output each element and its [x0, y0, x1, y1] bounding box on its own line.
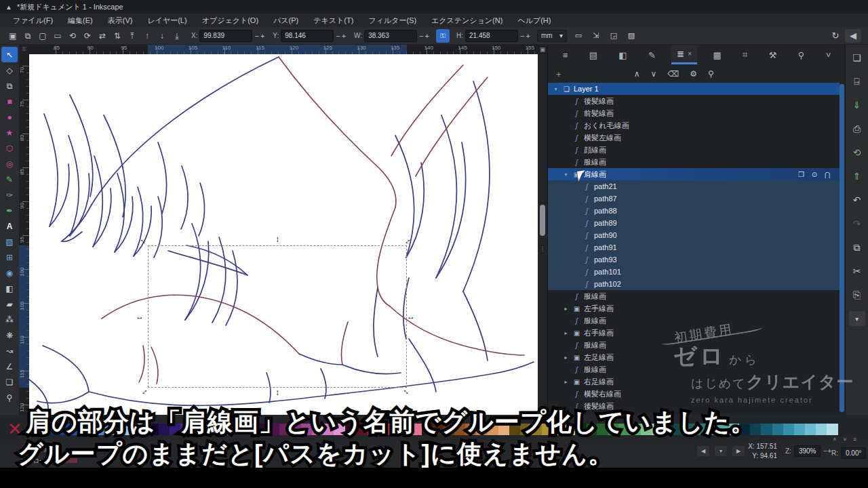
star-tool[interactable]: ★ [1, 125, 18, 140]
text-tool[interactable]: A [1, 218, 18, 234]
layer-tree-row[interactable]: ʃ 服線画 [548, 363, 840, 375]
collapse-toolbar-button[interactable]: ◀ [845, 29, 861, 43]
expander-icon[interactable]: ▾ [552, 86, 559, 92]
zoom-tool[interactable]: ⚲ [1, 390, 18, 405]
print-icon[interactable]: ⎙ [853, 121, 861, 136]
color-swatch[interactable] [761, 424, 772, 435]
redo-icon[interactable]: ↷ [853, 216, 861, 231]
expander-icon[interactable]: ▸ [562, 379, 570, 385]
add-layer-button[interactable]: + [556, 69, 561, 79]
raise-icon[interactable]: ↑ [140, 29, 155, 43]
menu-item[interactable]: パス(P) [267, 14, 304, 27]
flip-vertical-icon[interactable]: ⇅ [110, 29, 125, 43]
select-all-layers-icon[interactable]: ⧉ [20, 29, 35, 43]
layer-tree-row[interactable]: ʃ path91 [548, 241, 840, 253]
rotate-ccw-icon[interactable]: ⟲ [65, 29, 80, 43]
menu-item[interactable]: ヘルプ(H) [511, 14, 557, 27]
color-swatch[interactable] [827, 424, 837, 435]
path-effects-tab[interactable]: ⚒ [764, 45, 783, 64]
menu-item[interactable]: ファイル(F) [7, 14, 59, 27]
expander-icon[interactable]: ▸ [562, 330, 570, 336]
more-commands-icon[interactable]: ▾ [849, 311, 865, 326]
objects-dialog-tab[interactable]: ≡ [557, 45, 574, 64]
layer-tree-row[interactable]: ʃ path89 [548, 217, 840, 229]
select-all-icon[interactable]: ▣ [5, 29, 20, 43]
color-swatch[interactable] [794, 424, 805, 435]
layer-tree-row[interactable]: ʃ 横髪左線画 [548, 131, 840, 144]
layer-tree-row[interactable]: ʃ path90 [548, 229, 840, 241]
raise-layer-button[interactable]: ∧ [634, 69, 640, 79]
menu-item[interactable]: レイヤー(L) [141, 14, 193, 27]
rectangle-tool[interactable]: ■ [1, 94, 18, 109]
lower-icon[interactable]: ↓ [155, 29, 170, 43]
canvas[interactable]: ↔ ↕ ↔ ↔ ↔ ↔ ↕ ↔ [29, 54, 538, 415]
scrollbar-thumb[interactable] [540, 205, 545, 236]
snap-controls-icon[interactable]: ↻ [827, 29, 844, 43]
layer-row-state-icons[interactable]: ❐ ⊙ ⋂ [798, 171, 833, 178]
color-swatch[interactable] [783, 424, 794, 435]
canvas-vertical-scrollbar[interactable]: ⋮ [538, 54, 547, 415]
close-icon[interactable]: × [688, 50, 692, 58]
scale-stroke-toggle[interactable]: ⇲ [589, 29, 604, 43]
mesh-tool[interactable]: ⊞ [1, 249, 18, 265]
ellipse-tool[interactable]: ● [1, 109, 18, 125]
layer-tree-row[interactable]: ʃ path93 [548, 253, 840, 266]
dropper-tool[interactable]: ◉ [1, 265, 18, 281]
scale-handle-bottom-center[interactable]: ↕ [273, 388, 282, 397]
y-input[interactable]: 98.146 [281, 30, 334, 42]
deselect-icon[interactable]: ▢ [35, 29, 50, 43]
unit-dropdown[interactable]: mm▾ [537, 30, 567, 42]
color-swatch[interactable] [816, 424, 827, 435]
layers-panel-scrollbar[interactable] [840, 84, 844, 412]
move-gradients-toggle[interactable]: ▭ [571, 29, 586, 43]
lock-ratio-icon[interactable]: ⚿ [436, 29, 450, 43]
layer-tree-row[interactable]: ʃ 服線画 [548, 156, 840, 168]
measure-tool[interactable]: ∠ [1, 359, 18, 374]
layer-tree-row[interactable]: ʃ 服線画 [548, 314, 840, 327]
height-input[interactable]: 21.458 [465, 30, 518, 42]
layer-nav-button[interactable]: ◀ [697, 446, 709, 456]
bucket-tool[interactable]: ◧ [1, 281, 18, 296]
width-steppers[interactable]: −+ [419, 32, 431, 40]
layer-tree-row[interactable]: ʃ 横髪右線画 [548, 388, 840, 400]
layer-tree-row[interactable]: ʃ おくれ毛線画 [548, 119, 840, 131]
gradient-tool[interactable]: ▨ [1, 234, 18, 249]
swatches-tab[interactable]: ▦ [707, 45, 726, 64]
shape-builder-tool[interactable]: ⧉ [1, 78, 18, 94]
layer-settings-button[interactable]: ⚙ [690, 69, 697, 79]
selector-tool[interactable]: ↖ [1, 47, 18, 62]
layer-nav-button[interactable]: ▾ [715, 446, 727, 456]
menu-item[interactable]: フィルター(S) [362, 14, 422, 27]
ruler-lock-icon[interactable]: ⚿ [19, 45, 29, 54]
menu-item[interactable]: テキスト(T) [307, 14, 359, 27]
y-steppers[interactable]: −+ [336, 32, 347, 40]
layer-tree-row[interactable]: ʃ path87 [548, 192, 840, 205]
overflow-chevron[interactable]: ˅ [821, 45, 837, 64]
export-icon[interactable]: ⇑ [853, 169, 861, 184]
raise-to-top-icon[interactable]: ⤒ [125, 29, 140, 43]
layer-tree-row[interactable]: ʃ 顔線画 [548, 144, 840, 156]
vertical-ruler[interactable]: 707580859095100105110115120 [19, 54, 29, 415]
stylus-dialog-tab[interactable]: ✎ [643, 45, 661, 64]
layer-tree-row[interactable]: ʃ path102 [548, 278, 840, 290]
document-properties-tab[interactable]: ▤ [584, 45, 603, 64]
zoom-input[interactable]: 390% [794, 445, 821, 457]
rotation-input[interactable]: 0.00° [841, 447, 866, 459]
no-paint-swatch[interactable]: ✕ [5, 420, 24, 439]
connector-tool[interactable]: ↝ [1, 343, 18, 359]
scale-handle-top-center[interactable]: ↕ [273, 235, 282, 244]
calligraphy-tool[interactable]: ✒ [1, 203, 18, 218]
layer-tree-row[interactable]: ʃ path88 [548, 205, 840, 217]
cut-icon[interactable]: ✂ [853, 264, 861, 279]
pages-tool[interactable]: ❏ [1, 374, 18, 390]
menu-item[interactable]: オブジェクト(O) [196, 14, 264, 27]
expander-icon[interactable]: ▾ [562, 171, 570, 178]
layer-tree-row[interactable]: ʃ 服線画 [548, 339, 840, 351]
menu-item[interactable]: エクステンション(N) [425, 14, 509, 27]
layer-tree-row[interactable]: ▸ ▣ 右足線画 [548, 375, 840, 388]
eraser-tool[interactable]: ▰ [1, 296, 18, 312]
width-input[interactable]: 38.363 [364, 30, 417, 42]
open-document-icon[interactable]: ⍈ [854, 74, 859, 89]
scale-handle-mid-right[interactable]: ↔ [406, 312, 416, 321]
spray-tool[interactable]: ⁂ [1, 312, 18, 327]
